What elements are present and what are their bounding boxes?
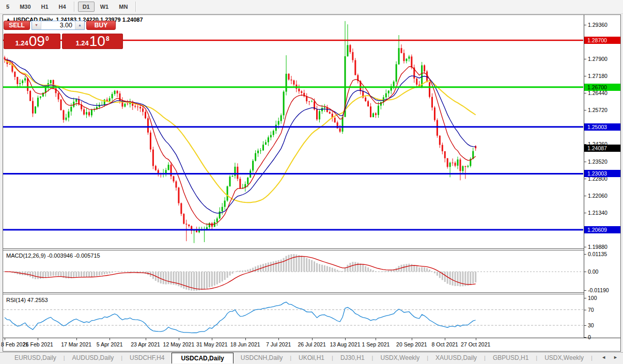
toolbar-separator (135, 2, 136, 12)
symbol-tabs: EURUSD,Daily|AUDUSD,Daily|USDCHF,H4USDCA… (0, 353, 593, 363)
sell-price-big: 09 (29, 34, 45, 49)
date-tick (212, 338, 212, 340)
rsi-indicator-chart[interactable] (3, 295, 583, 338)
tab-scroll-right-icon[interactable]: ► (613, 355, 618, 360)
price-tick-1.21340: 1.21340 (588, 210, 608, 216)
hline-price-label-1.23003: 1.23003 (584, 170, 620, 177)
tab-scroll-left-icon[interactable]: ◄ (601, 355, 606, 360)
price-tick-1.22800-tick (584, 179, 586, 179)
volume-increase-icon[interactable]: ▲ (75, 21, 84, 29)
price-tick-1.27900-tick (584, 59, 586, 59)
trade-prices-row: 1.24 09 0 1.24 10 8 (4, 34, 123, 49)
date-tick (376, 338, 376, 340)
price-tick-1.25720: 1.25720 (588, 107, 608, 113)
date-tick (110, 338, 110, 340)
date-label-18-jun-2021: 18 Jun 2021 (227, 341, 263, 347)
price-tick-1.27180-tick (584, 76, 586, 76)
hline-price-label-1.28700: 1.28700 (584, 37, 620, 44)
toolbar-separator (74, 2, 75, 12)
tab-audusd-daily[interactable]: AUDUSD,Daily (65, 353, 121, 363)
buy-price-sup: 8 (106, 35, 110, 42)
date-label-20-sep-2021: 20 Sep 2021 (394, 341, 430, 347)
panel-splitter-rsi[interactable] (3, 292, 584, 294)
timeframe-h1-button[interactable]: H1 (37, 2, 53, 12)
price-tick-1.29360: 1.29360 (588, 22, 608, 28)
tab-usdchf-h4[interactable]: USDCHF,H4 (122, 353, 172, 363)
date-tick (38, 338, 38, 340)
volume-decrease-icon[interactable]: ▼ (32, 21, 41, 29)
tab-usdx-weekly[interactable]: USDX,Weekly (537, 353, 591, 363)
timeframe-5-button[interactable]: 5 (2, 2, 14, 12)
date-label-1-sep-2021: 1 Sep 2021 (357, 341, 394, 347)
date-label-23-apr-2021: 23 Apr 2021 (128, 341, 164, 347)
macd-tick--0.01190: -0.01190 (588, 287, 609, 293)
macd-tick-0.00-tick (584, 272, 586, 272)
date-tick (476, 338, 476, 340)
date-label-26-feb-2021: 26 Feb 2021 (20, 341, 56, 347)
price-tick-1.27900: 1.27900 (588, 56, 608, 62)
rsi-tick-100-tick (584, 298, 586, 298)
tab-eurusd-daily[interactable]: EURUSD,Daily (7, 353, 64, 363)
rsi-tick-0-tick (584, 337, 586, 338)
tab-dj30-h1[interactable]: DJ30,H1 (333, 353, 372, 363)
sell-price-display[interactable]: 1.24 09 0 (4, 34, 60, 49)
mt4-app: 5M30H1H4D1W1MN 1.293601.279001.271801.26… (0, 0, 623, 364)
buy-button[interactable]: BUY (86, 21, 116, 30)
rsi-tick-30: 30 (588, 322, 594, 328)
date-tick (179, 338, 179, 340)
sell-button[interactable]: SELL (4, 21, 30, 30)
tab-usdcad-daily[interactable]: USDCAD,Daily (172, 353, 233, 363)
tab-usdx-weekly[interactable]: USDX,Weekly (373, 353, 427, 363)
current-price-label: 1.24087 (584, 145, 620, 152)
rsi-name: RSI(14) (6, 297, 26, 303)
volume-input[interactable] (41, 21, 75, 29)
tab-usdcnh-daily[interactable]: USDCNH,Daily (233, 353, 290, 363)
macd-tick-0.01135: 0.01135 (588, 251, 607, 257)
sell-price-sup: 0 (45, 35, 49, 42)
price-tick-1.21340-tick (584, 213, 586, 213)
timeframe-m30-button[interactable]: M30 (15, 2, 35, 12)
price-tick-1.29360-tick (584, 25, 586, 25)
sell-price-prefix: 1.24 (15, 39, 28, 47)
price-tick-1.22060-tick (584, 196, 586, 196)
tab-ukoil-h1[interactable]: UKOil,H1 (291, 353, 332, 363)
panel-splitter-macd[interactable] (3, 248, 584, 250)
macd-label: MACD(12,26,9) -0.003946 -0.005715 (6, 252, 100, 259)
price-tick-1.22060: 1.22060 (588, 193, 608, 199)
buy-price-display[interactable]: 1.24 10 8 (62, 34, 123, 49)
main-price-chart[interactable] (3, 15, 583, 248)
tab-gbpusd-h1[interactable]: GBPUSD,H1 (486, 353, 536, 363)
rsi-tick-70: 70 (588, 307, 594, 313)
hline-price-label-1.20609: 1.20609 (584, 226, 620, 233)
timeframe-mn-button[interactable]: MN (114, 2, 132, 12)
symbol-tab-bar: EURUSD,Daily|AUDUSD,Daily|USDCHF,H4USDCA… (0, 352, 623, 363)
date-label-7-jul-2021: 7 Jul 2021 (260, 341, 297, 347)
price-tick-1.26440-tick (584, 93, 586, 93)
price-tick-1.19880: 1.19880 (588, 244, 608, 250)
macd-tick-0.00: 0.00 (588, 268, 598, 275)
date-tick (5, 338, 5, 340)
macd-tick-0.01135-tick (584, 254, 586, 255)
volume-spinner: ▼ ▲ (32, 21, 85, 30)
timeframe-w1-button[interactable]: W1 (96, 2, 114, 12)
tab-separator: | (591, 353, 593, 363)
trade-controls-row: SELL ▼ ▲ BUY (4, 21, 123, 30)
date-tick (278, 338, 279, 340)
tab-scroll-arrows: ◄ ► (601, 355, 618, 360)
date-label-17-mar-2021: 17 Mar 2021 (58, 341, 95, 347)
tab-xauusd-daily[interactable]: XAUUSD,Daily (428, 353, 484, 363)
macd-name: MACD(12,26,9) (6, 252, 45, 259)
date-tick (312, 338, 313, 340)
rsi-tick-70-tick (584, 310, 586, 310)
date-label-31-may-2021: 31 May 2021 (194, 341, 230, 347)
price-tick-1.26440: 1.26440 (588, 90, 608, 96)
macd-tick--0.01190-tick (584, 290, 586, 291)
timeframe-h4-button[interactable]: H4 (54, 2, 71, 12)
price-tick-1.19880-tick (584, 247, 586, 247)
date-tick (245, 338, 246, 340)
rsi-label: RSI(14) 47.2553 (6, 297, 48, 303)
one-click-trading-panel: SELL ▼ ▲ BUY 1.24 09 0 1.24 10 8 (4, 21, 123, 49)
timeframe-d1-button[interactable]: D1 (78, 2, 95, 12)
price-tick-1.23520: 1.23520 (588, 159, 608, 165)
rsi-value: 47.2553 (27, 297, 48, 303)
